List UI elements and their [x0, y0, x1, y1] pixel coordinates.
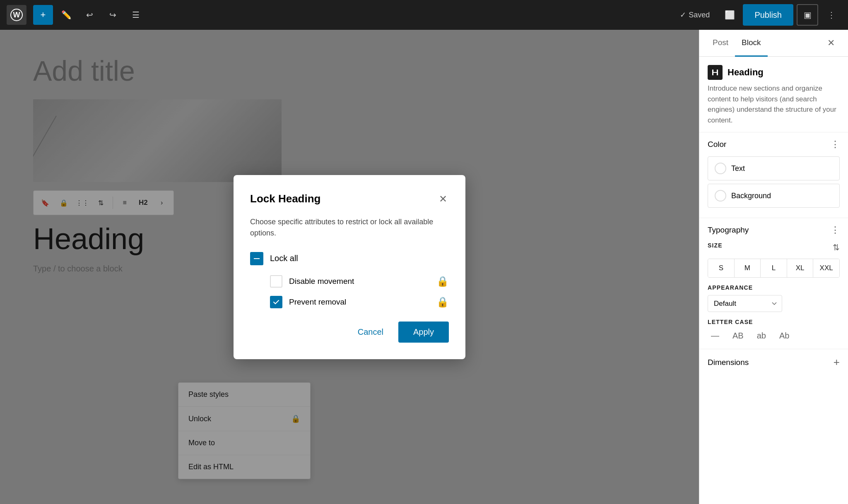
letter-case-lowercase-button[interactable]: ab [754, 329, 769, 342]
size-buttons: S M L XL XXL [708, 259, 840, 278]
color-section-header: Color ⋮ [708, 139, 840, 150]
view-icon: ⬜ [725, 10, 735, 20]
view-button[interactable]: ⬜ [720, 5, 740, 25]
add-block-button[interactable]: + [33, 5, 53, 25]
dimensions-add-button[interactable]: + [834, 356, 840, 369]
saved-status: ✓ Saved [680, 10, 710, 19]
svg-rect-3 [712, 70, 713, 75]
sidebar-close-button[interactable]: ✕ [821, 30, 841, 56]
plus-icon: + [41, 10, 46, 20]
modal-actions: Cancel Apply [250, 322, 449, 343]
typography-more-button[interactable]: ⋮ [831, 225, 840, 235]
block-description: Introduce new sections and organize cont… [699, 83, 848, 132]
appearance-label: APPEARANCE [708, 284, 840, 291]
color-section: Color ⋮ Text Background [699, 132, 848, 218]
color-more-button[interactable]: ⋮ [831, 139, 840, 150]
text-color-label: Text [731, 164, 745, 173]
size-l-button[interactable]: L [761, 259, 787, 277]
letter-case-none-button[interactable]: — [708, 329, 723, 342]
modal-overlay: Lock Heading ✕ Choose specific attribute… [0, 30, 699, 504]
typography-title: Typography [708, 226, 749, 235]
sidebar-tabs: Post Block ✕ [699, 30, 848, 57]
svg-rect-4 [717, 70, 718, 75]
prevent-removal-checkbox[interactable] [270, 296, 282, 308]
prevent-removal-option: Prevent removal 🔒 [270, 296, 449, 308]
editor-area: Add title 🔖 🔒 ⋮⋮ ⇅ ≡ H2 › [0, 30, 699, 504]
lock-all-option: Lock all [250, 252, 449, 265]
redo-button[interactable]: ↪ [103, 5, 123, 25]
dimensions-title: Dimensions [708, 358, 749, 367]
letter-case-capitalize-button[interactable]: Ab [776, 329, 793, 342]
letter-case-row: — AB ab Ab [708, 329, 840, 342]
background-color-circle [715, 190, 726, 202]
apply-button[interactable]: Apply [398, 322, 449, 343]
check-icon: ✓ [680, 10, 686, 19]
minus-icon [253, 254, 261, 263]
modal-title: Lock Heading [250, 192, 320, 205]
lock-heading-modal: Lock Heading ✕ Choose specific attribute… [234, 175, 465, 359]
svg-text:W: W [13, 11, 20, 19]
list-icon: ☰ [132, 10, 140, 20]
sidebar-icon: ▣ [804, 10, 812, 20]
block-header: Heading [699, 57, 848, 83]
typography-section: Typography ⋮ SIZE ⇅ S M L XL XXL APPEARA… [699, 218, 848, 349]
checkmark-icon [272, 298, 280, 306]
ellipsis-icon: ⋮ [827, 10, 836, 20]
pencil-icon: ✏️ [61, 10, 72, 20]
sidebar-toggle-button[interactable]: ▣ [797, 4, 818, 26]
tab-block[interactable]: Block [735, 30, 767, 57]
size-m-button[interactable]: M [735, 259, 761, 277]
background-color-label: Background [731, 192, 771, 200]
prevent-removal-lock-icon: 🔒 [436, 296, 449, 308]
wp-logo: W [7, 5, 26, 25]
svg-rect-2 [254, 258, 260, 259]
size-xxl-button[interactable]: XXL [813, 259, 839, 277]
size-xl-button[interactable]: XL [787, 259, 814, 277]
appearance-select[interactable]: Default [708, 295, 782, 312]
topbar: W + ✏️ ↩ ↪ ☰ ✓ Saved ⬜ Publish ▣ ⋮ [0, 0, 848, 30]
typography-header: Typography ⋮ [708, 225, 840, 235]
lock-all-checkbox[interactable] [250, 252, 263, 265]
sidebar: Post Block ✕ Heading Introduce new secti… [699, 30, 848, 504]
background-color-row[interactable]: Background [708, 184, 840, 208]
prevent-removal-label: Prevent removal [289, 298, 430, 307]
color-section-title: Color [708, 140, 726, 149]
size-s-button[interactable]: S [708, 259, 735, 277]
lock-sub-options: Disable movement 🔒 Prevent removal 🔒 [270, 275, 449, 308]
list-view-button[interactable]: ☰ [126, 5, 146, 25]
edit-mode-button[interactable]: ✏️ [56, 5, 76, 25]
tab-post[interactable]: Post [706, 30, 735, 57]
disable-movement-checkbox[interactable] [270, 275, 282, 288]
more-options-button[interactable]: ⋮ [822, 5, 841, 25]
text-color-row[interactable]: Text [708, 156, 840, 180]
modal-close-button[interactable]: ✕ [437, 192, 449, 206]
text-color-circle [715, 163, 726, 174]
block-name: Heading [728, 67, 764, 78]
publish-button[interactable]: Publish [743, 4, 793, 26]
size-filter-button[interactable]: ⇅ [833, 242, 840, 252]
cancel-button[interactable]: Cancel [349, 322, 392, 343]
heading-block-icon [708, 65, 723, 80]
heading-icon-svg [711, 68, 719, 77]
svg-rect-5 [713, 72, 717, 73]
modal-description: Choose specific attributes to restrict o… [250, 216, 449, 239]
undo-button[interactable]: ↩ [80, 5, 99, 25]
modal-header: Lock Heading ✕ [250, 192, 449, 206]
letter-case-label: LETTER CASE [708, 319, 840, 325]
undo-icon: ↩ [86, 10, 93, 20]
redo-icon: ↪ [109, 10, 116, 20]
lock-all-label: Lock all [270, 254, 298, 263]
size-controls-row: SIZE ⇅ [708, 242, 840, 253]
letter-case-uppercase-button[interactable]: AB [729, 329, 747, 342]
disable-movement-label: Disable movement [289, 277, 430, 286]
disable-movement-lock-icon: 🔒 [436, 276, 449, 287]
disable-movement-option: Disable movement 🔒 [270, 275, 449, 288]
size-label: SIZE [708, 242, 723, 249]
dimensions-section: Dimensions + [699, 349, 848, 375]
